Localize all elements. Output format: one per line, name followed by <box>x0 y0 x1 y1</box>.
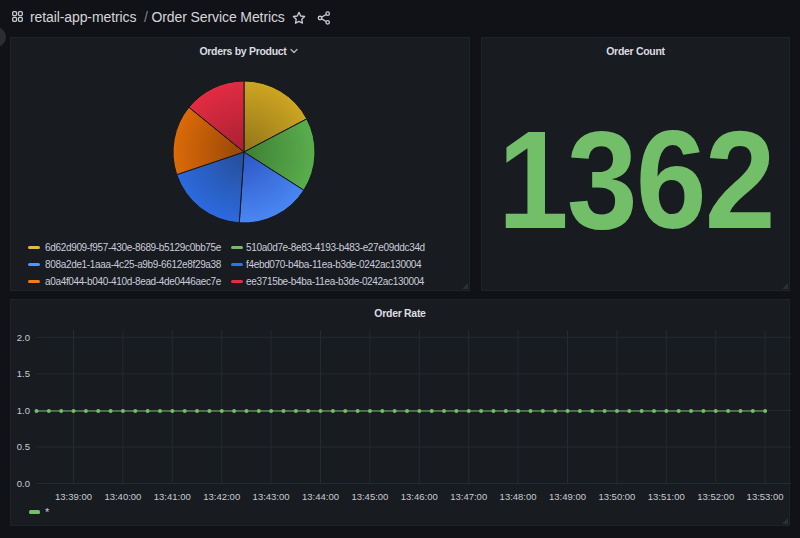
svg-text:13:46:00: 13:46:00 <box>401 491 438 502</box>
svg-text:1.5: 1.5 <box>17 368 30 379</box>
svg-text:13:50:00: 13:50:00 <box>598 491 635 502</box>
svg-text:13:47:00: 13:47:00 <box>450 491 487 502</box>
svg-text:13:48:00: 13:48:00 <box>500 491 537 502</box>
svg-text:*: * <box>45 506 50 518</box>
svg-text:13:41:00: 13:41:00 <box>154 491 191 502</box>
svg-text:0.5: 0.5 <box>17 441 30 452</box>
svg-text:13:45:00: 13:45:00 <box>351 491 388 502</box>
svg-text:13:53:00: 13:53:00 <box>747 491 784 502</box>
svg-text:1.0: 1.0 <box>17 405 30 416</box>
svg-text:13:44:00: 13:44:00 <box>302 491 339 502</box>
svg-text:13:43:00: 13:43:00 <box>253 491 290 502</box>
svg-text:2.0: 2.0 <box>17 332 30 343</box>
svg-text:13:42:00: 13:42:00 <box>203 491 240 502</box>
svg-text:13:40:00: 13:40:00 <box>104 491 141 502</box>
svg-text:13:39:00: 13:39:00 <box>55 491 92 502</box>
svg-text:13:49:00: 13:49:00 <box>549 491 586 502</box>
svg-text:0.0: 0.0 <box>17 478 30 489</box>
svg-text:13:51:00: 13:51:00 <box>648 491 685 502</box>
svg-text:13:52:00: 13:52:00 <box>697 491 734 502</box>
